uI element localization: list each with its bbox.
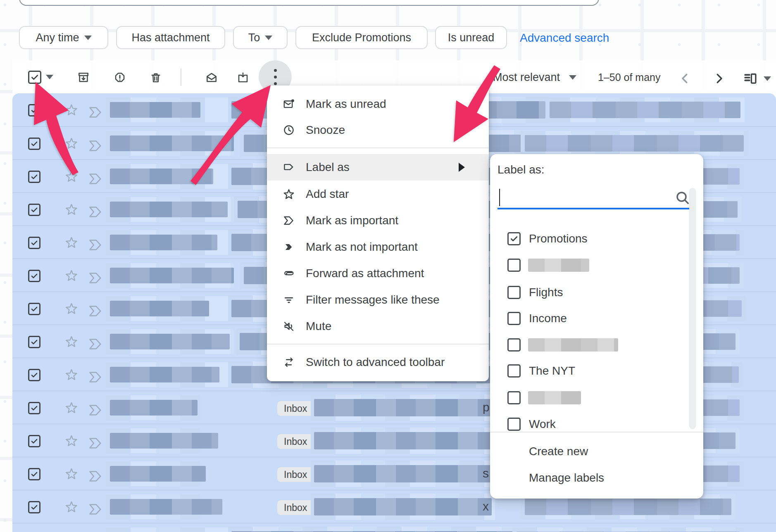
- split-pane-toggle[interactable]: [743, 71, 771, 86]
- row-checkbox[interactable]: [28, 336, 40, 348]
- row-checkbox[interactable]: [28, 501, 40, 513]
- filter-chip-has-attachment[interactable]: Has attachment: [116, 26, 225, 49]
- menu-item-label: Add star: [306, 188, 349, 201]
- chevron-down-icon: [764, 76, 771, 81]
- older-page-button[interactable]: [712, 71, 726, 88]
- menu-item-label-as[interactable]: Label as: [267, 154, 489, 180]
- create-new-label-item[interactable]: Create new: [529, 440, 694, 463]
- menu-item-switch-to-advanced-toolbar[interactable]: Switch to advanced toolbar: [267, 349, 489, 375]
- importance-marker-icon[interactable]: [88, 104, 103, 122]
- star-icon[interactable]: [64, 302, 79, 317]
- row-checkbox[interactable]: [28, 171, 40, 183]
- mark-as-read-icon[interactable]: [203, 69, 220, 86]
- menu-item-mark-as-important[interactable]: Mark as important: [267, 207, 489, 234]
- email-row[interactable]: [12, 523, 776, 532]
- star-icon[interactable]: [64, 136, 79, 152]
- label-row-redacted[interactable]: [490, 252, 688, 278]
- importance-marker-icon[interactable]: [88, 204, 103, 221]
- manage-labels-item[interactable]: Manage labels: [529, 466, 694, 489]
- label-name: Income: [529, 312, 567, 325]
- row-checkbox[interactable]: [28, 104, 40, 116]
- delete-icon[interactable]: [148, 69, 164, 86]
- row-checkbox[interactable]: [28, 270, 40, 282]
- star-icon[interactable]: [64, 401, 79, 416]
- redacted-sender: [110, 334, 230, 349]
- subject-text-fragment: p: [483, 400, 490, 414]
- menu-item-mark-as-unread[interactable]: Mark as unread: [267, 91, 489, 117]
- redacted-sender: [110, 268, 234, 283]
- label-row-income[interactable]: Income: [490, 305, 688, 332]
- row-checkbox[interactable]: [28, 402, 40, 414]
- menu-item-mark-as-not-important[interactable]: Mark as not important: [267, 234, 489, 260]
- filter-chip-to[interactable]: To: [233, 26, 288, 49]
- chevron-down-icon: [265, 36, 272, 40]
- menu-item-mute[interactable]: Mute: [267, 313, 489, 340]
- menu-item-add-star[interactable]: Add star: [267, 181, 489, 207]
- importance-marker-icon[interactable]: [88, 336, 103, 354]
- sort-label: Most relevant: [493, 71, 560, 84]
- label-checkbox[interactable]: [507, 391, 521, 404]
- label-checkbox[interactable]: [507, 312, 521, 325]
- star-icon[interactable]: [64, 103, 79, 119]
- report-spam-icon[interactable]: [112, 69, 128, 86]
- importance-marker-icon[interactable]: [88, 468, 103, 486]
- label-checkbox[interactable]: [507, 286, 521, 299]
- archive-icon[interactable]: [75, 69, 92, 86]
- swap-icon: [282, 356, 296, 368]
- label-search-input[interactable]: [497, 187, 695, 209]
- label-checkbox[interactable]: [507, 232, 521, 245]
- chevron-down-icon: [569, 75, 576, 80]
- star-icon[interactable]: [64, 268, 79, 284]
- label-row-promotions[interactable]: Promotions: [490, 226, 688, 252]
- importance-marker-icon[interactable]: [88, 435, 103, 453]
- row-checkbox[interactable]: [28, 138, 40, 150]
- star-icon[interactable]: [64, 368, 79, 383]
- importance-marker-icon[interactable]: [88, 270, 103, 287]
- star-icon[interactable]: [64, 434, 79, 449]
- advanced-search-link[interactable]: Advanced search: [520, 31, 609, 45]
- redacted-sender: [110, 466, 206, 482]
- label-row-flights[interactable]: Flights: [490, 279, 688, 306]
- label-checkbox[interactable]: [507, 259, 521, 272]
- row-checkbox[interactable]: [28, 237, 40, 249]
- importance-marker-icon[interactable]: [88, 303, 103, 321]
- menu-item-forward-as-attachment[interactable]: Forward as attachment: [267, 260, 489, 287]
- row-checkbox[interactable]: [28, 435, 40, 447]
- row-checkbox[interactable]: [28, 369, 40, 381]
- menu-item-snooze[interactable]: Snooze: [267, 117, 489, 143]
- star-icon[interactable]: [64, 500, 79, 515]
- label-list-scrollbar[interactable]: [689, 188, 696, 429]
- importance-marker-icon[interactable]: [88, 237, 103, 254]
- move-to-icon[interactable]: [235, 69, 251, 86]
- select-all-dropdown-caret[interactable]: [46, 75, 53, 79]
- menu-item-filter-messages-like-these[interactable]: Filter messages like these: [267, 287, 489, 313]
- label-checkbox[interactable]: [507, 418, 521, 431]
- row-checkbox[interactable]: [28, 204, 40, 216]
- label-checkbox[interactable]: [507, 338, 521, 352]
- importance-marker-icon[interactable]: [88, 402, 103, 420]
- label-row-redacted[interactable]: [490, 332, 688, 358]
- importance-marker-icon[interactable]: [88, 369, 103, 387]
- row-checkbox[interactable]: [28, 303, 40, 315]
- importance-marker-icon[interactable]: [88, 501, 103, 519]
- toolbar-divider: [181, 69, 181, 86]
- label-row-work[interactable]: Work: [490, 411, 688, 437]
- filter-chip-any-time[interactable]: Any time: [19, 26, 108, 49]
- row-checkbox[interactable]: [28, 468, 40, 480]
- importance-marker-icon[interactable]: [88, 138, 103, 155]
- star-icon[interactable]: [64, 169, 79, 185]
- filter-chip-exclude-promotions[interactable]: Exclude Promotions: [295, 26, 428, 49]
- star-icon[interactable]: [64, 467, 79, 482]
- label-row-the-nyt[interactable]: The NYT: [490, 358, 688, 384]
- star-icon[interactable]: [64, 235, 79, 251]
- label-row-redacted[interactable]: [490, 385, 688, 411]
- select-all-checkbox[interactable]: [28, 71, 41, 84]
- star-icon[interactable]: [64, 335, 79, 350]
- sort-dropdown[interactable]: Most relevant: [493, 71, 576, 84]
- star-icon[interactable]: [64, 202, 79, 218]
- filter-chip-is-unread[interactable]: Is unread: [435, 26, 507, 49]
- label-checkbox[interactable]: [507, 364, 521, 378]
- importance-marker-icon[interactable]: [88, 171, 103, 188]
- menu-item-label: Mute: [306, 320, 331, 333]
- newer-page-button[interactable]: [678, 71, 693, 88]
